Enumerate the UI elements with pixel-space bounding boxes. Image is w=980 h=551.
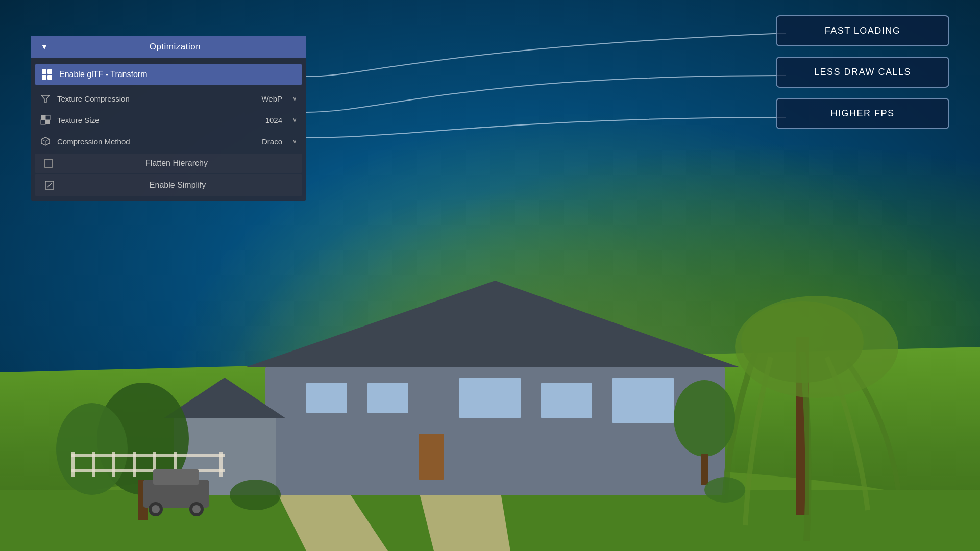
callout-higher-fps: HIGHER FPS <box>776 98 949 129</box>
svg-rect-13 <box>419 434 444 480</box>
svg-line-45 <box>41 139 45 141</box>
texture-size-chevron[interactable]: ∨ <box>292 116 297 123</box>
svg-rect-27 <box>92 452 95 477</box>
panel-header[interactable]: ▼ Optimization <box>31 36 306 58</box>
box-icon <box>40 136 51 147</box>
texture-compression-chevron[interactable]: ∨ <box>292 95 297 102</box>
grid-cell-2 <box>47 69 52 74</box>
svg-rect-26 <box>71 452 75 477</box>
optimization-panel: ▼ Optimization Enable glTF - Transform T… <box>31 36 306 201</box>
svg-rect-41 <box>45 115 50 120</box>
grid-cell-1 <box>42 69 46 74</box>
grid-cell-4 <box>47 75 52 80</box>
svg-rect-32 <box>219 452 223 477</box>
grid-cell-3 <box>42 75 46 80</box>
compression-method-chevron[interactable]: ∨ <box>292 138 297 145</box>
svg-rect-11 <box>541 383 592 418</box>
enable-simplify-label: Enable Simplify <box>62 181 293 190</box>
svg-rect-29 <box>133 452 136 477</box>
grid-icon <box>42 69 52 80</box>
svg-rect-8 <box>306 383 347 413</box>
callout-fast-loading: FAST LOADING <box>776 15 949 46</box>
svg-line-49 <box>47 183 52 187</box>
svg-point-38 <box>192 505 201 513</box>
filter-icon <box>40 93 51 104</box>
texture-size-label: Texture Size <box>57 116 259 124</box>
svg-rect-10 <box>459 378 521 418</box>
texture-size-value: 1024 <box>265 116 282 124</box>
enable-simplify-row[interactable]: Enable Simplify <box>35 174 302 196</box>
svg-point-19 <box>735 296 898 398</box>
svg-rect-21 <box>701 454 708 485</box>
callout-less-draw-calls: LESS DRAW CALLS <box>776 57 949 88</box>
svg-point-23 <box>704 477 745 503</box>
texture-compression-row[interactable]: Texture Compression WebP ∨ <box>31 88 306 109</box>
svg-marker-39 <box>41 95 50 102</box>
texture-compression-value: WebP <box>261 94 282 103</box>
compression-method-label: Compression Method <box>57 137 256 146</box>
svg-rect-40 <box>41 115 45 120</box>
flatten-hierarchy-label: Flatten Hierarchy <box>60 159 293 168</box>
flatten-hierarchy-checkbox[interactable] <box>44 159 53 168</box>
callout-less-draw-calls-text: LESS DRAW CALLS <box>814 67 911 77</box>
svg-point-15 <box>56 403 128 495</box>
compression-method-row[interactable]: Compression Method Draco ∨ <box>31 131 306 152</box>
callout-container: FAST LOADING LESS DRAW CALLS HIGHER FPS <box>776 15 949 129</box>
house-scene <box>0 194 980 551</box>
panel-content: Enable glTF - Transform Texture Compress… <box>31 58 306 201</box>
collapse-chevron: ▼ <box>41 43 48 51</box>
gltf-transform-row[interactable]: Enable glTF - Transform <box>35 64 302 85</box>
simplify-icon <box>44 180 55 191</box>
callout-fast-loading-text: FAST LOADING <box>825 26 901 36</box>
svg-rect-34 <box>153 469 199 485</box>
svg-rect-42 <box>41 120 45 124</box>
panel-title: Optimization <box>54 42 296 52</box>
svg-point-20 <box>674 380 735 457</box>
texture-size-row[interactable]: Texture Size 1024 ∨ <box>31 109 306 131</box>
svg-marker-3 <box>419 490 510 551</box>
svg-marker-5 <box>245 281 740 367</box>
texture-compression-label: Texture Compression <box>57 94 255 103</box>
svg-line-46 <box>45 139 50 141</box>
svg-rect-9 <box>368 383 408 413</box>
svg-point-37 <box>152 505 160 513</box>
gltf-label: Enable glTF - Transform <box>59 70 148 79</box>
compression-method-value: Draco <box>262 137 282 146</box>
checkerboard-icon <box>40 114 51 126</box>
flatten-hierarchy-row[interactable]: Flatten Hierarchy <box>35 154 302 173</box>
svg-rect-12 <box>612 378 674 423</box>
svg-rect-28 <box>112 452 115 477</box>
callout-higher-fps-text: HIGHER FPS <box>830 108 894 118</box>
svg-point-22 <box>230 480 281 510</box>
svg-rect-43 <box>45 120 50 124</box>
